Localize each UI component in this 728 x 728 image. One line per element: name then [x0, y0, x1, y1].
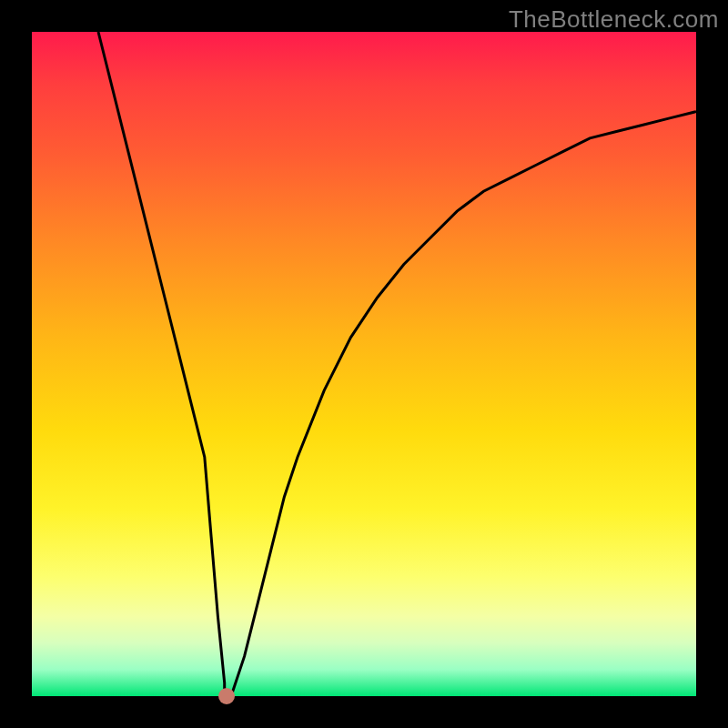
watermark-text: TheBottleneck.com [509, 5, 719, 34]
plot-area [32, 32, 696, 696]
bottleneck-curve [98, 32, 696, 696]
curve-svg [32, 32, 696, 696]
chart-frame: TheBottleneck.com [0, 0, 728, 728]
min-marker [218, 688, 235, 704]
